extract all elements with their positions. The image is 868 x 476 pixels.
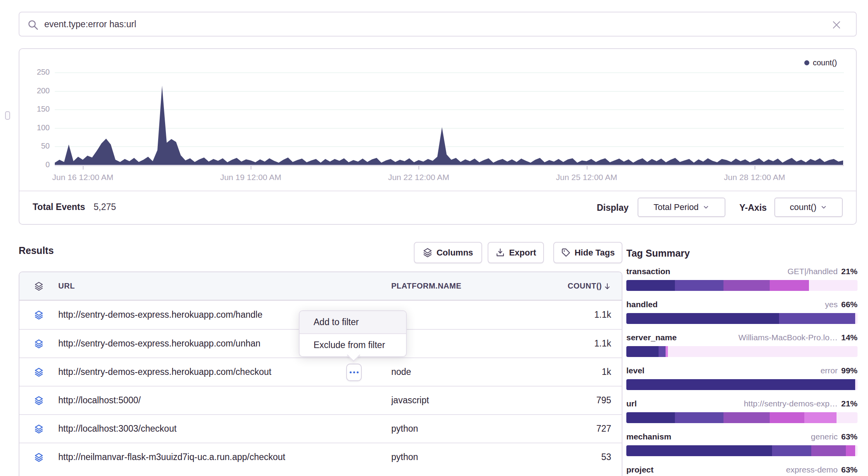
table-row[interactable]: http://localhost:3003/checkout python 72… <box>19 414 622 443</box>
results-table: URL PLATFORM.NAME COUNT() http://sentry-… <box>19 271 622 476</box>
cell-actions-button[interactable] <box>346 364 362 381</box>
tag-distribution-bar[interactable] <box>626 313 858 324</box>
tag-bar-segment <box>723 280 770 291</box>
tag-name: level <box>626 366 645 375</box>
tag-bar-segment <box>779 313 855 324</box>
tag-name: url <box>626 399 637 408</box>
table-row[interactable]: http://sentry-demos-express.herokuapp.co… <box>19 357 622 386</box>
count-cell: 1k <box>523 367 611 377</box>
tag-bar-segment <box>626 445 772 456</box>
legend-series-label: count() <box>813 58 837 67</box>
stack-icon <box>19 396 58 405</box>
count-cell: 795 <box>523 395 611 406</box>
events-area-chart[interactable] <box>55 70 843 166</box>
search-bar[interactable]: event.type:error has:url <box>19 12 857 37</box>
tag-name: server_name <box>626 333 677 342</box>
stack-icon <box>19 339 58 348</box>
export-button[interactable]: Export <box>488 242 544 263</box>
legend-series-dot <box>804 60 809 65</box>
sidebar-collapse-handle[interactable] <box>5 111 10 120</box>
tag-bar-segment <box>809 280 858 291</box>
y-axis-label: Y-Axis <box>739 203 767 213</box>
column-header-count[interactable]: COUNT() <box>523 282 611 290</box>
tag-top-value: yes <box>825 300 838 309</box>
x-axis-tick-label: Jun 28 12:00 AM <box>696 173 813 182</box>
chart-x-axis <box>55 165 844 166</box>
count-cell: 727 <box>523 424 611 434</box>
count-cell: 1.1k <box>523 310 611 320</box>
tag-summary-title: Tag Summary <box>626 248 690 259</box>
tag-distribution-bar[interactable] <box>626 412 858 423</box>
count-cell: 1.1k <box>523 338 611 349</box>
tag-top-percent: 63% <box>841 432 858 441</box>
y-axis-tick-label: 100 <box>23 123 50 132</box>
x-axis-tick-label: Jun 25 12:00 AM <box>528 173 645 182</box>
column-header-platform[interactable]: PLATFORM.NAME <box>391 282 523 290</box>
tag-top-percent: 66% <box>841 300 858 309</box>
table-row[interactable]: http://localhost:5000/ javascript 795 <box>19 386 622 414</box>
stack-icon[interactable] <box>19 282 58 291</box>
url-cell[interactable]: http://neilmanvar-flask-m3uuizd7iq-uc.a.… <box>58 452 391 462</box>
tag-name: handled <box>626 300 658 309</box>
tag-name: project <box>626 465 654 474</box>
tag-top-value: express-demo <box>786 465 838 474</box>
tag-name: mechanism <box>626 432 671 441</box>
tag-bar-segment <box>855 379 858 390</box>
y-axis-dropdown-value: count() <box>790 202 816 212</box>
platform-cell: node <box>391 367 523 377</box>
table-row[interactable]: http://neilmanvar-flask-m3uuizd7iq-uc.a.… <box>19 443 622 471</box>
sort-desc-icon <box>603 282 611 290</box>
hide-tags-button[interactable]: Hide Tags <box>553 242 622 263</box>
total-events-label: Total Events <box>33 202 85 212</box>
tag-top-percent: 14% <box>841 333 858 342</box>
url-cell[interactable]: http://sentry-demos-express.herokuapp.co… <box>58 367 391 377</box>
chart-legend[interactable]: count() <box>804 58 837 67</box>
url-cell[interactable]: http://localhost:3003/checkout <box>58 424 391 434</box>
y-axis-tick-label: 200 <box>23 86 50 95</box>
tag-bar-segment <box>772 445 811 456</box>
tag-bar-segment <box>770 280 809 291</box>
tag-bar-segment <box>675 280 723 291</box>
tag-bar-segment <box>626 346 659 357</box>
y-axis-dropdown[interactable]: count() <box>774 198 843 217</box>
tag-distribution-bar[interactable] <box>626 346 858 357</box>
tag-top-percent: 63% <box>841 465 858 474</box>
export-button-label: Export <box>509 248 536 258</box>
tag-distribution-bar[interactable] <box>626 445 858 456</box>
tag-bar-segment <box>675 412 723 423</box>
tag-top-value: error <box>821 366 838 375</box>
columns-button[interactable]: Columns <box>414 242 482 263</box>
x-axis-tick-label: Jun 16 12:00 AM <box>24 173 141 182</box>
tag-bar-segment <box>804 412 837 423</box>
tag-bar-segment <box>855 313 858 324</box>
column-header-url[interactable]: URL <box>58 282 391 290</box>
tag-summary-row: handled yes 66% <box>626 300 858 331</box>
tag-distribution-bar[interactable] <box>626 280 858 291</box>
search-input[interactable]: event.type:error has:url <box>44 12 136 36</box>
tag-bar-segment <box>668 346 858 357</box>
total-events-value: 5,275 <box>94 202 116 212</box>
y-axis-tick-label: 0 <box>23 160 50 169</box>
chevron-down-icon <box>702 204 709 211</box>
tag-bar-segment <box>723 412 770 423</box>
search-clear-icon[interactable] <box>831 19 842 30</box>
tag-top-value: GET|/handled <box>788 267 838 276</box>
menu-item-add-to-filter[interactable]: Add to filter <box>300 311 406 333</box>
tag-bar-segment <box>846 445 855 456</box>
stack-icon <box>19 453 58 462</box>
tag-bar-segment <box>626 313 779 324</box>
url-cell[interactable]: http://localhost:5000/ <box>58 395 391 406</box>
y-axis-tick-label: 250 <box>23 68 50 77</box>
stack-icon <box>19 368 58 377</box>
tag-top-value: Williams-MacBook-Pro.lo… <box>738 333 838 342</box>
display-dropdown[interactable]: Total Period <box>638 198 725 217</box>
tag-top-value: http://sentry-demos-exp… <box>744 399 838 408</box>
tag-name: transaction <box>626 267 670 276</box>
tag-bar-segment <box>659 346 666 357</box>
tag-bar-segment <box>837 412 858 423</box>
stack-icon <box>423 248 432 257</box>
tag-summary-row: server_name Williams-MacBook-Pro.lo… 14% <box>626 333 858 364</box>
tag-summary-row: project express-demo 63% <box>626 465 858 476</box>
tag-top-percent: 21% <box>841 399 858 408</box>
tag-distribution-bar[interactable] <box>626 379 858 390</box>
